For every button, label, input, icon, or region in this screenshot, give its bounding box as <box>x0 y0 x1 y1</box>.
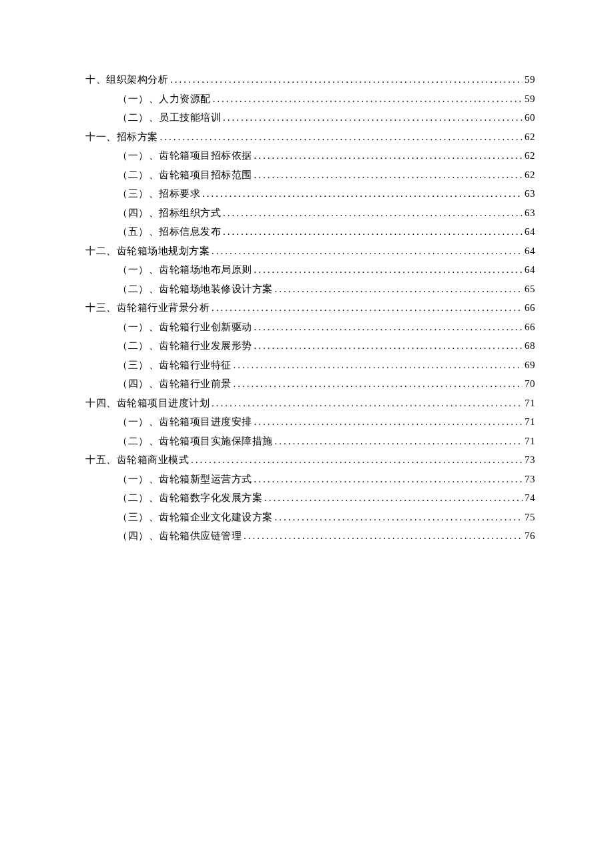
toc-leader-dots <box>254 474 523 485</box>
toc-entry: （四）、齿轮箱行业前景70 <box>85 378 535 390</box>
toc-entry-page: 73 <box>525 474 535 485</box>
toc-entry-label: （四）、招标组织方式 <box>117 207 221 220</box>
toc-entry-page: 66 <box>525 322 535 333</box>
toc-entry-label: （三）、招标要求 <box>117 187 200 200</box>
toc-leader-dots <box>234 360 523 371</box>
toc-entry-page: 65 <box>525 284 535 295</box>
toc-entry-page: 59 <box>525 93 535 105</box>
toc-entry: 十三、齿轮箱行业背景分析66 <box>85 302 535 314</box>
toc-entry-label: （二）、齿轮箱项目实施保障措施 <box>117 435 273 448</box>
toc-entry-label: 十、组织架构分析 <box>85 73 168 86</box>
toc-entry-page: 76 <box>525 530 535 542</box>
toc-entry-label: （三）、齿轮箱行业特征 <box>117 359 232 372</box>
toc-entry-page: 59 <box>525 74 535 85</box>
toc-entry-label: （四）、齿轮箱行业前景 <box>117 378 232 390</box>
toc-entry-page: 68 <box>525 340 535 352</box>
toc-leader-dots <box>254 416 523 428</box>
toc-entry-label: （一）、人力资源配 <box>117 93 211 105</box>
toc-entry-page: 71 <box>525 416 535 428</box>
toc-entry-page: 70 <box>525 378 535 390</box>
toc-leader-dots <box>212 398 523 409</box>
toc-entry: 十一、招标方案62 <box>85 131 535 143</box>
toc-entry: 十五、齿轮箱商业模式73 <box>85 454 535 466</box>
toc-entry-label: （二）、齿轮箱场地装修设计方案 <box>117 283 273 296</box>
toc-entry-page: 75 <box>525 512 535 523</box>
toc-entry: （一）、人力资源配59 <box>85 93 535 105</box>
toc-leader-dots <box>160 131 523 143</box>
toc-entry: （五）、招标信息发布64 <box>85 226 535 238</box>
toc-leader-dots <box>212 302 523 314</box>
toc-entry-page: 64 <box>525 264 535 276</box>
toc-leader-dots <box>223 226 523 238</box>
toc-entry-page: 64 <box>525 226 535 238</box>
toc-entry-label: 十一、招标方案 <box>85 131 158 143</box>
toc-entry: 十二、齿轮箱场地规划方案64 <box>85 245 535 258</box>
toc-entry-label: 十三、齿轮箱行业背景分析 <box>85 302 210 314</box>
table-of-contents: 十、组织架构分析59（一）、人力资源配59（二）、员工技能培训60十一、招标方案… <box>85 73 535 542</box>
toc-leader-dots <box>191 454 523 466</box>
toc-entry-page: 66 <box>525 302 535 314</box>
toc-entry: （三）、齿轮箱企业文化建设方案75 <box>85 511 535 524</box>
toc-entry-page: 63 <box>525 207 535 219</box>
toc-leader-dots <box>223 112 523 123</box>
toc-entry-label: （二）、齿轮箱行业发展形势 <box>117 340 252 352</box>
toc-leader-dots <box>213 93 523 105</box>
toc-entry: （三）、招标要求63 <box>85 187 535 200</box>
toc-entry-label: （二）、员工技能培训 <box>117 111 221 124</box>
toc-entry: （四）、齿轮箱供应链管理76 <box>85 530 535 542</box>
toc-entry-label: 十五、齿轮箱商业模式 <box>85 454 189 466</box>
toc-leader-dots <box>254 150 523 161</box>
toc-entry: （二）、齿轮箱项目招标范围62 <box>85 169 535 181</box>
toc-entry-page: 63 <box>525 188 535 199</box>
toc-entry: （一）、齿轮箱新型运营方式73 <box>85 473 535 486</box>
toc-entry: （一）、齿轮箱行业创新驱动66 <box>85 321 535 334</box>
toc-leader-dots <box>254 169 523 181</box>
toc-entry: （一）、齿轮箱场地布局原则64 <box>85 264 535 276</box>
toc-entry: （二）、齿轮箱项目实施保障措施71 <box>85 435 535 448</box>
toc-entry: （二）、齿轮箱数字化发展方案74 <box>85 492 535 504</box>
toc-leader-dots <box>264 492 523 504</box>
toc-leader-dots <box>275 512 523 523</box>
toc-entry-page: 62 <box>525 150 535 161</box>
toc-entry-page: 73 <box>525 454 535 466</box>
toc-entry-label: （一）、齿轮箱项目招标依据 <box>117 149 252 162</box>
toc-entry-label: （二）、齿轮箱数字化发展方案 <box>117 492 262 504</box>
toc-entry-page: 62 <box>525 169 535 181</box>
toc-entry-page: 64 <box>525 246 535 257</box>
toc-leader-dots <box>202 188 523 199</box>
toc-entry-page: 69 <box>525 360 535 371</box>
toc-entry-page: 71 <box>525 436 535 447</box>
toc-entry-label: （一）、齿轮箱项目进度安排 <box>117 416 252 428</box>
toc-leader-dots <box>254 322 523 333</box>
toc-entry-label: （四）、齿轮箱供应链管理 <box>117 530 242 542</box>
toc-entry: 十四、齿轮箱项目进度计划71 <box>85 397 535 410</box>
toc-entry: 十、组织架构分析59 <box>85 73 535 86</box>
toc-leader-dots <box>244 530 523 542</box>
toc-entry: （二）、齿轮箱行业发展形势68 <box>85 340 535 352</box>
toc-entry: （四）、招标组织方式63 <box>85 207 535 220</box>
toc-entry-page: 62 <box>525 131 535 143</box>
toc-entry-label: （一）、齿轮箱新型运营方式 <box>117 473 252 486</box>
toc-entry: （三）、齿轮箱行业特征69 <box>85 359 535 372</box>
toc-entry: （二）、齿轮箱场地装修设计方案65 <box>85 283 535 296</box>
toc-leader-dots <box>212 246 523 257</box>
toc-leader-dots <box>254 340 523 352</box>
toc-entry-label: （五）、招标信息发布 <box>117 226 221 238</box>
toc-entry-label: （三）、齿轮箱企业文化建设方案 <box>117 511 273 524</box>
toc-entry-label: 十二、齿轮箱场地规划方案 <box>85 245 210 258</box>
toc-entry: （一）、齿轮箱项目招标依据62 <box>85 149 535 162</box>
toc-entry-page: 71 <box>525 398 535 409</box>
toc-entry: （一）、齿轮箱项目进度安排71 <box>85 416 535 428</box>
toc-leader-dots <box>223 207 523 219</box>
toc-leader-dots <box>254 264 523 276</box>
toc-entry-page: 60 <box>525 112 535 123</box>
toc-leader-dots <box>275 284 523 295</box>
toc-entry-label: 十四、齿轮箱项目进度计划 <box>85 397 210 410</box>
toc-entry-page: 74 <box>525 492 535 504</box>
toc-leader-dots <box>275 436 523 447</box>
toc-entry-label: （二）、齿轮箱项目招标范围 <box>117 169 252 181</box>
toc-leader-dots <box>234 378 523 390</box>
toc-leader-dots <box>170 74 523 85</box>
toc-entry: （二）、员工技能培训60 <box>85 111 535 124</box>
toc-entry-label: （一）、齿轮箱场地布局原则 <box>117 264 252 276</box>
